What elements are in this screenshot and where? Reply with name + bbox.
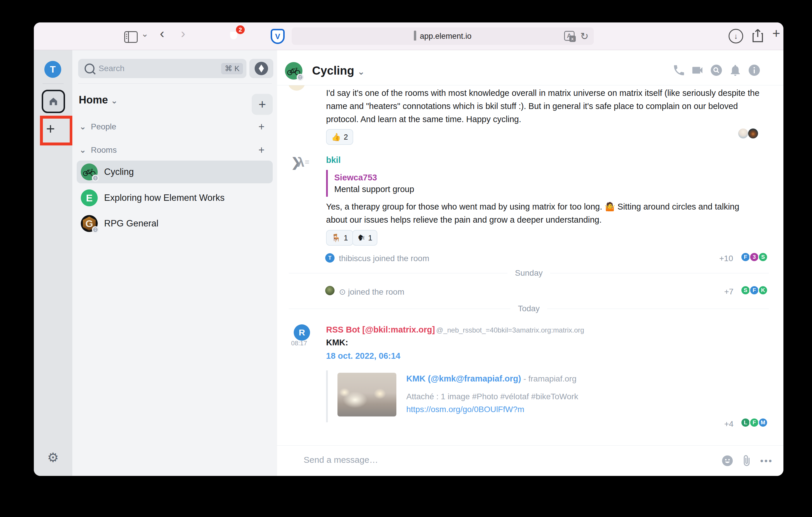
notifications-icon[interactable] — [729, 64, 743, 78]
composer-input[interactable]: Send a message… — [303, 455, 378, 465]
add-people-button[interactable]: + — [258, 121, 265, 133]
reply-sender[interactable]: Siewca753 — [334, 172, 414, 183]
room-item-exploring[interactable]: E Exploring how Element Works — [77, 186, 273, 209]
browser-window: ⌄ ‹ › 2 V app.element.io A x ↻ — [34, 23, 783, 476]
room-search-icon[interactable] — [709, 64, 724, 78]
settings-gear-icon[interactable]: ⚙ — [47, 450, 59, 465]
explore-rooms-button[interactable] — [250, 59, 273, 78]
join-event-text: thibiscus joined the room — [339, 254, 429, 263]
privacy-shield-extension-icon[interactable] — [249, 29, 263, 44]
url-preview-card: KMK (@kmk@framapiaf.org) - framapiaf.org… — [326, 370, 765, 422]
room-list-panel: Search ⌘ K Home ⌄ + ⌄ People + ⌄ Rooms + — [72, 50, 277, 476]
preview-osm-link[interactable]: https://osm.org/go/0BOUlFfW?m — [406, 405, 524, 414]
downloads-button[interactable]: ↓ — [729, 29, 743, 43]
preview-title-row: KMK (@kmk@framapiaf.org) - framapiaf.org — [406, 374, 576, 384]
message-text: Yes, a therapy group for those who went … — [326, 200, 761, 226]
home-icon — [48, 96, 59, 107]
cycling-room-avatar — [81, 163, 98, 180]
back-button[interactable]: ‹ — [160, 27, 164, 40]
preview-description: Attaché : 1 image #Photo #vélotaf #bikeT… — [406, 392, 578, 401]
room-info-icon[interactable] — [748, 64, 761, 78]
chevron-down-icon: ⌄ — [79, 145, 86, 155]
rss-bot-avatar[interactable]: R — [294, 324, 310, 341]
public-room-badge — [297, 74, 303, 81]
section-rooms[interactable]: ⌄ Rooms + — [79, 145, 117, 155]
section-people[interactable]: ⌄ People + — [79, 122, 116, 131]
home-space-button[interactable] — [42, 90, 65, 113]
add-room-button[interactable]: + — [252, 94, 273, 115]
search-shortcut-badge: ⌘ K — [221, 63, 243, 74]
attachment-icon[interactable] — [740, 454, 753, 467]
add-rooms-button[interactable]: + — [258, 144, 265, 156]
more-options-icon[interactable]: ••• — [760, 456, 773, 466]
reply-quote[interactable]: Siewca753 Mental support group — [326, 170, 414, 197]
translate-icon[interactable]: A x — [564, 30, 576, 42]
new-tab-button[interactable]: + — [772, 27, 780, 40]
message-sender[interactable]: RSS Bot [@bkil:matrix.org] — [326, 325, 435, 334]
extension-badge: 2 — [236, 25, 245, 34]
pocket-extension-icon[interactable]: V — [271, 29, 285, 44]
read-receipt-avatar[interactable]: L — [741, 418, 750, 428]
click-annotation-box — [40, 116, 72, 145]
chevron-down-icon[interactable]: ⌄ — [141, 27, 148, 40]
room-item-cycling[interactable]: Cycling — [77, 160, 273, 183]
divider — [42, 83, 64, 84]
reaction-count: 2 — [344, 132, 348, 142]
read-receipt-avatar[interactable]: F — [749, 285, 759, 295]
sidebar-toggle-icon[interactable] — [124, 31, 138, 43]
message-sender[interactable]: bkil — [326, 155, 341, 165]
reply-text: Mental support group — [334, 183, 414, 195]
read-receipt-avatar[interactable]: M — [758, 418, 768, 428]
reaction-emoji: 🪑 — [331, 234, 341, 242]
read-receipt-avatar[interactable]: F — [749, 418, 759, 428]
read-receipt-avatar[interactable]: F — [741, 252, 750, 262]
url-text: app.element.io — [420, 32, 471, 41]
read-receipt-avatar[interactable]: 3 — [749, 252, 759, 262]
preview-title-link[interactable]: KMK (@kmk@framapiaf.org) — [406, 374, 521, 383]
chat-panel: Cycling ⌄ — [277, 50, 783, 476]
divider — [78, 83, 272, 84]
message-timestamp: 08:17 — [291, 339, 307, 347]
space-name-heading[interactable]: Home ⌄ — [79, 94, 118, 106]
reaction-pill[interactable]: 🪑 1 — [326, 230, 353, 246]
reaction-pill[interactable]: 🗣 1 — [352, 230, 377, 246]
haskell-logo-avatar[interactable]: ❯λ= — [290, 155, 310, 170]
exploring-room-avatar: E — [81, 189, 98, 206]
date-divider: Today — [289, 304, 769, 313]
search-input[interactable]: Search ⌘ K — [78, 59, 246, 78]
emoji-picker-icon[interactable] — [721, 454, 734, 467]
join-event-text: ⊙ joined the room — [339, 287, 404, 297]
browser-toolbar: ⌄ ‹ › 2 V app.element.io A x ↻ — [34, 23, 783, 50]
forward-button[interactable]: › — [181, 27, 185, 40]
reaction-emoji: 🗣 — [357, 234, 365, 242]
reaction-count: 1 — [368, 234, 372, 242]
message-date-link[interactable]: 18 oct. 2022, 06:14 — [326, 351, 401, 361]
address-bar[interactable]: app.element.io A x ↻ — [292, 27, 594, 45]
reaction-pill[interactable]: 👍 2 — [326, 129, 353, 145]
read-receipt-overflow: +10 — [719, 254, 733, 263]
adblock-extension-icon[interactable]: 2 — [227, 29, 241, 44]
reload-icon[interactable]: ↻ — [580, 30, 589, 42]
room-header: Cycling ⌄ — [277, 50, 783, 85]
message-text: KMK: — [326, 338, 348, 347]
voice-call-icon[interactable] — [672, 64, 686, 78]
create-space-button[interactable]: + — [46, 121, 55, 136]
chevron-down-icon: ⌄ — [79, 122, 86, 131]
chevron-down-icon: ⌄ — [111, 96, 118, 105]
read-receipt-avatar[interactable]: K — [758, 285, 768, 295]
read-receipt-avatar[interactable] — [738, 128, 748, 139]
preview-thumbnail-image[interactable] — [338, 373, 396, 417]
read-receipt-avatar[interactable] — [748, 128, 758, 139]
user-avatar[interactable]: T — [44, 61, 61, 78]
share-button[interactable] — [751, 28, 765, 44]
room-title[interactable]: Cycling ⌄ — [312, 64, 365, 77]
read-receipt-avatar[interactable]: S — [758, 252, 768, 262]
joined-user-avatar[interactable]: T — [325, 253, 335, 263]
room-item-rpg[interactable]: G RPG General — [77, 212, 273, 235]
message-timeline[interactable]: I'd say it's one of the rooms with most … — [277, 85, 783, 445]
message-composer: Send a message… ••• — [277, 445, 783, 476]
room-header-avatar[interactable] — [285, 62, 302, 80]
video-call-icon[interactable] — [691, 64, 705, 78]
joined-user-avatar[interactable] — [325, 286, 335, 295]
read-receipt-avatar[interactable]: S — [741, 285, 750, 295]
